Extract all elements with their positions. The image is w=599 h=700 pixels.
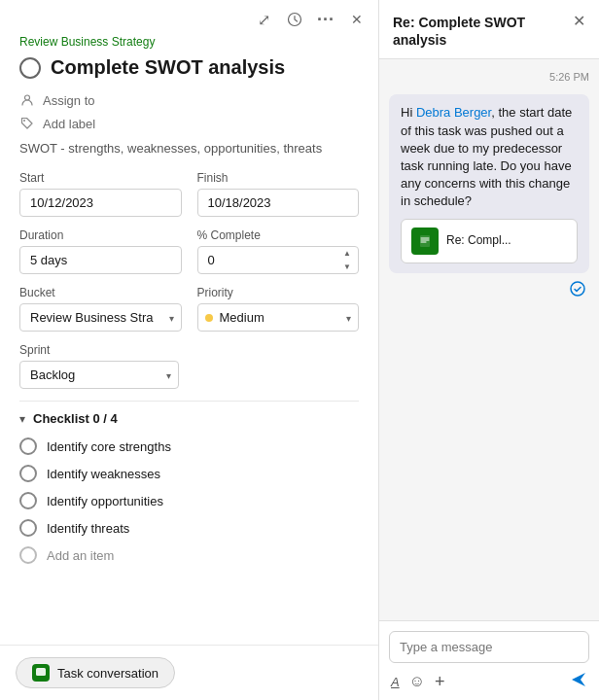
checklist-item-label-2: Identify weaknesses xyxy=(47,467,160,481)
add-item-label: Add an item xyxy=(47,548,114,563)
chat-header: Re: Complete SWOT analysis ✕ xyxy=(379,0,599,59)
checklist-item: Identify threats xyxy=(19,519,359,537)
svg-rect-4 xyxy=(420,235,430,247)
complete-label: % Complete xyxy=(197,228,360,242)
assign-label: Assign to xyxy=(43,93,94,108)
priority-label: Priority xyxy=(197,286,360,299)
duration-label: Duration xyxy=(19,228,182,242)
bucket-field: Bucket Review Business Stra... ▾ xyxy=(19,286,182,332)
chat-title: Re: Complete SWOT analysis xyxy=(393,14,565,49)
finish-label: Finish xyxy=(197,171,360,185)
complete-field: % Complete ▲ ▼ xyxy=(197,228,360,274)
task-conversation-button[interactable]: Task conversation xyxy=(16,657,175,688)
svg-point-1 xyxy=(25,95,30,100)
conversation-icon xyxy=(32,664,50,682)
checklist-item-checkbox-3[interactable] xyxy=(19,492,37,509)
start-input[interactable] xyxy=(19,189,182,217)
svg-point-5 xyxy=(571,282,584,296)
task-complete-checkbox[interactable] xyxy=(19,57,41,79)
attach-file-icon[interactable]: + xyxy=(435,672,445,692)
task-title: Complete SWOT analysis xyxy=(51,56,285,79)
duration-field: Duration xyxy=(19,228,182,274)
priority-select[interactable]: Medium Low High Urgent xyxy=(197,303,360,332)
checklist-title: Checklist 0 / 4 xyxy=(33,411,118,426)
spinner-buttons: ▲ ▼ xyxy=(337,247,357,273)
message-text-post: , the start date of this task was pushed… xyxy=(401,105,572,208)
checklist-item-checkbox-1[interactable] xyxy=(19,438,37,455)
seen-indicator xyxy=(389,281,589,300)
finish-input[interactable] xyxy=(197,189,360,217)
add-item-icon xyxy=(19,546,37,564)
chat-panel: Re: Complete SWOT analysis ✕ 5:26 PM Hi … xyxy=(379,0,599,700)
bucket-select-wrapper: Review Business Stra... ▾ xyxy=(19,303,182,332)
svg-rect-3 xyxy=(36,668,46,676)
chat-messages: 5:26 PM Hi Debra Berger, the start date … xyxy=(379,59,599,620)
spinner-up[interactable]: ▲ xyxy=(337,247,357,261)
bucket-priority-row: Bucket Review Business Stra... ▾ Priorit… xyxy=(19,286,359,332)
finish-field: Finish xyxy=(197,171,360,217)
sprint-row: Sprint Backlog ▾ xyxy=(19,343,359,389)
message-timestamp: 5:26 PM xyxy=(389,71,589,83)
expand-icon[interactable]: ⤢ xyxy=(254,10,273,29)
checklist-header[interactable]: ▾ Checklist 0 / 4 xyxy=(19,411,359,426)
attachment-card[interactable]: Re: Compl... xyxy=(401,219,578,263)
more-icon[interactable]: ··· xyxy=(316,10,335,29)
bucket-select[interactable]: Review Business Stra... xyxy=(19,303,182,332)
assign-row[interactable]: Assign to xyxy=(19,92,359,108)
start-field: Start xyxy=(19,171,182,217)
duration-input[interactable] xyxy=(19,246,182,274)
close-left-icon[interactable]: ✕ xyxy=(347,10,367,29)
sprint-select[interactable]: Backlog xyxy=(19,361,179,389)
checklist-item-label-1: Identify core strengths xyxy=(47,439,171,454)
svg-point-2 xyxy=(23,120,25,122)
priority-select-wrapper: Medium Low High Urgent ▾ xyxy=(197,303,360,332)
bottom-bar: Task conversation xyxy=(0,645,378,700)
start-label: Start xyxy=(19,171,182,185)
checklist-item-label-3: Identify opportunities xyxy=(47,494,163,508)
complete-input[interactable] xyxy=(197,246,360,274)
chat-input-area: A ☺ + xyxy=(379,620,599,700)
format-text-icon[interactable]: A xyxy=(391,675,400,689)
duration-complete-row: Duration % Complete ▲ ▼ xyxy=(19,228,359,274)
sprint-label: Sprint xyxy=(19,343,179,357)
task-content: Review Business Strategy Complete SWOT a… xyxy=(0,35,378,700)
checklist-item-checkbox-2[interactable] xyxy=(19,465,37,482)
message-input[interactable] xyxy=(389,631,589,663)
attachment-icon xyxy=(411,228,439,255)
task-description: SWOT - strengths, weaknesses, opportunit… xyxy=(19,141,359,156)
label-icon xyxy=(19,116,35,131)
bucket-label: Bucket xyxy=(19,286,182,299)
checklist-chevron-icon: ▾ xyxy=(19,412,25,426)
message-mention-link[interactable]: Debra Berger xyxy=(416,105,491,120)
checklist-item-label-4: Identify threats xyxy=(47,521,129,536)
task-detail-panel: ⤢ ··· ✕ Review Business Strategy Complet… xyxy=(0,0,379,700)
dates-row: Start Finish xyxy=(19,171,359,217)
message-text-pre: Hi xyxy=(401,105,416,120)
send-button[interactable] xyxy=(570,671,587,692)
attachment-label: Re: Compl... xyxy=(446,232,511,249)
breadcrumb[interactable]: Review Business Strategy xyxy=(19,35,359,49)
task-conversation-label: Task conversation xyxy=(57,666,159,681)
toolbar: ⤢ ··· ✕ xyxy=(0,0,378,35)
checklist-item-checkbox-4[interactable] xyxy=(19,519,37,537)
add-checklist-item-row[interactable]: Add an item xyxy=(19,546,359,564)
divider xyxy=(19,401,359,402)
message-bubble: Hi Debra Berger, the start date of this … xyxy=(389,94,589,272)
sprint-select-wrapper: Backlog ▾ xyxy=(19,361,179,389)
label-label: Add label xyxy=(43,117,95,131)
spinner-down[interactable]: ▼ xyxy=(337,261,357,274)
assign-icon xyxy=(19,92,35,108)
history-icon[interactable] xyxy=(285,10,304,29)
checklist-item: Identify core strengths xyxy=(19,438,359,455)
label-row[interactable]: Add label xyxy=(19,116,359,131)
sprint-field: Sprint Backlog ▾ xyxy=(19,343,179,389)
checklist-item: Identify weaknesses xyxy=(19,465,359,482)
chat-toolbar: A ☺ + xyxy=(389,671,589,692)
complete-spinner: ▲ ▼ xyxy=(197,246,360,274)
task-title-row: Complete SWOT analysis xyxy=(19,56,359,79)
priority-field: Priority Medium Low High Urgent ▾ xyxy=(197,286,360,332)
emoji-icon[interactable]: ☺ xyxy=(409,673,425,690)
close-chat-button[interactable]: ✕ xyxy=(573,12,585,30)
checklist-item: Identify opportunities xyxy=(19,492,359,509)
